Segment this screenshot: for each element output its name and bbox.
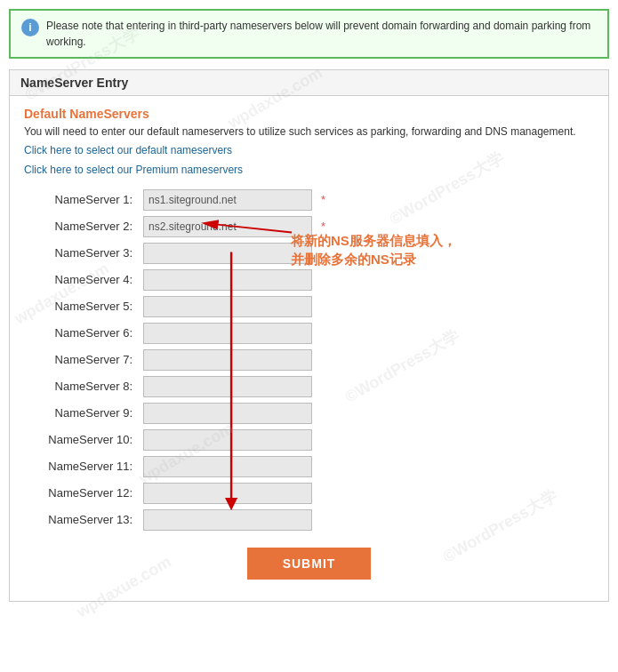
info-box: i Please note that entering in third-par… [9, 9, 609, 59]
panel-title: NameServer Entry [10, 70, 608, 96]
ns-label-7: NameServer 7: [24, 347, 140, 373]
table-row: NameServer 3: [24, 240, 594, 267]
info-icon: i [21, 19, 39, 36]
ns-input-cell-1 [140, 187, 317, 213]
nameserver-table: NameServer 1: * NameServer 2: * Name [24, 187, 594, 533]
table-row: NameServer 6: [24, 320, 594, 347]
table-row: NameServer 12: [24, 480, 594, 507]
table-row: NameServer 9: [24, 400, 594, 427]
ns-label-9: NameServer 9: [24, 400, 140, 427]
submit-row: SUBMIT [24, 533, 594, 590]
default-ns-title: Default NameServers [24, 107, 594, 121]
table-row: NameServer 10: [24, 427, 594, 453]
ns-input-9[interactable] [143, 403, 312, 424]
default-ns-section: Default NameServers You will need to ent… [24, 107, 594, 156]
ns-input-1[interactable] [143, 189, 312, 211]
ns-input-8[interactable] [143, 376, 312, 397]
ns-label-6: NameServer 6: [24, 320, 140, 347]
ns-input-10[interactable] [143, 429, 312, 451]
ns-label-5: NameServer 5: [24, 293, 140, 320]
table-row: NameServer 2: * [24, 213, 594, 240]
ns-required-2: * [317, 213, 594, 240]
form-container: NameServer 1: * NameServer 2: * Name [24, 187, 594, 533]
ns-input-3[interactable] [143, 243, 312, 264]
info-message: Please note that entering in third-party… [46, 18, 597, 50]
ns-input-6[interactable] [143, 323, 312, 344]
premium-ns-link[interactable]: Click here to select our Premium nameser… [24, 164, 594, 176]
ns-label-11: NameServer 11: [24, 453, 140, 480]
table-row: NameServer 8: [24, 373, 594, 400]
ns-input-cell-2 [140, 213, 317, 240]
submit-button[interactable]: SUBMIT [247, 548, 372, 580]
ns-label-4: NameServer 4: [24, 267, 140, 293]
ns-label-1: NameServer 1: [24, 187, 140, 213]
default-ns-description: You will need to enter our default names… [24, 124, 594, 140]
table-row: NameServer 11: [24, 453, 594, 480]
ns-input-5[interactable] [143, 296, 312, 317]
ns-label-2: NameServer 2: [24, 213, 140, 240]
table-row: NameServer 13: [24, 507, 594, 533]
ns-input-4[interactable] [143, 269, 312, 291]
ns-label-3: NameServer 3: [24, 240, 140, 267]
ns-input-11[interactable] [143, 456, 312, 477]
ns-label-8: NameServer 8: [24, 373, 140, 400]
ns-label-10: NameServer 10: [24, 427, 140, 453]
ns-input-7[interactable] [143, 349, 312, 371]
ns-input-12[interactable] [143, 483, 312, 504]
ns-label-13: NameServer 13: [24, 507, 140, 533]
default-ns-link[interactable]: Click here to select our default nameser… [24, 144, 232, 156]
ns-required-1: * [317, 187, 594, 213]
ns-input-13[interactable] [143, 509, 312, 531]
nameserver-panel: NameServer Entry Default NameServers You… [9, 69, 609, 602]
table-row: NameServer 4: [24, 267, 594, 293]
ns-input-2[interactable] [143, 216, 312, 237]
panel-body: Default NameServers You will need to ent… [10, 96, 608, 601]
table-row: NameServer 5: [24, 293, 594, 320]
table-row: NameServer 7: [24, 347, 594, 373]
ns-label-12: NameServer 12: [24, 480, 140, 507]
table-row: NameServer 1: * [24, 187, 594, 213]
